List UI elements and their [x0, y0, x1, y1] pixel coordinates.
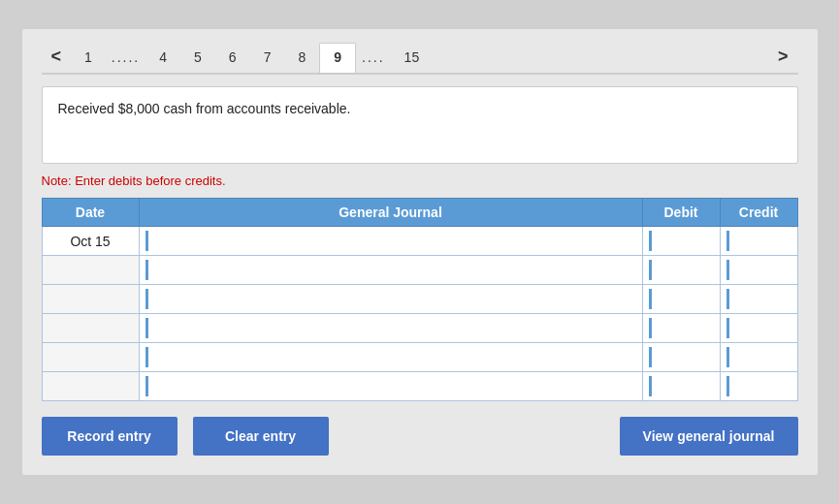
buttons-row: Record entry Clear entry View general jo…: [42, 417, 798, 456]
description-text: Received $8,000 cash from accounts recei…: [58, 101, 351, 116]
col-credit: Credit: [720, 199, 797, 227]
date-cell-4: [42, 314, 139, 343]
pagination-bar: < 1 ..... 4 5 6 7 8 9 .... 15 >: [42, 41, 798, 75]
description-box: Received $8,000 cash from accounts recei…: [42, 86, 798, 164]
record-entry-button[interactable]: Record entry: [42, 417, 177, 456]
debit-cell-3[interactable]: [642, 285, 720, 314]
page-8[interactable]: 8: [284, 44, 319, 71]
debit-cell-4[interactable]: [642, 314, 720, 343]
page-9-active[interactable]: 9: [319, 43, 356, 73]
debit-cell-1[interactable]: [642, 227, 720, 256]
dots-2: ....: [356, 44, 391, 71]
page-1[interactable]: 1: [71, 44, 106, 71]
journal-cell-6[interactable]: [139, 372, 642, 401]
clear-entry-button[interactable]: Clear entry: [193, 417, 329, 456]
page-6[interactable]: 6: [215, 44, 250, 71]
journal-table: Date General Journal Debit Credit Oct 15: [42, 198, 798, 401]
table-row: [42, 372, 797, 401]
date-cell-6: [42, 372, 139, 401]
credit-cell-1[interactable]: [720, 227, 797, 256]
page-4[interactable]: 4: [145, 44, 180, 71]
credit-cell-4[interactable]: [720, 314, 797, 343]
table-row: Oct 15: [42, 227, 797, 256]
page-5[interactable]: 5: [180, 44, 215, 71]
col-debit: Debit: [642, 199, 720, 227]
journal-cell-3[interactable]: [139, 285, 642, 314]
next-button[interactable]: >: [768, 41, 798, 73]
journal-cell-4[interactable]: [139, 314, 642, 343]
table-row: [42, 314, 797, 343]
credit-cell-6[interactable]: [720, 372, 797, 401]
col-general-journal: General Journal: [139, 199, 642, 227]
credit-cell-3[interactable]: [720, 285, 797, 314]
debit-cell-2[interactable]: [642, 256, 720, 285]
table-row: [42, 343, 797, 372]
main-container: < 1 ..... 4 5 6 7 8 9 .... 15 > Received…: [22, 29, 818, 475]
prev-button[interactable]: <: [42, 41, 72, 73]
col-date: Date: [42, 199, 139, 227]
date-cell-5: [42, 343, 139, 372]
journal-cell-1[interactable]: [139, 227, 642, 256]
credit-cell-2[interactable]: [720, 256, 797, 285]
credit-cell-5[interactable]: [720, 343, 797, 372]
date-cell-1: Oct 15: [42, 227, 139, 256]
journal-cell-5[interactable]: [139, 343, 642, 372]
page-7[interactable]: 7: [250, 44, 285, 71]
page-15[interactable]: 15: [391, 44, 434, 71]
table-row: [42, 256, 797, 285]
date-cell-3: [42, 285, 139, 314]
debit-cell-6[interactable]: [642, 372, 720, 401]
table-row: [42, 285, 797, 314]
debit-cell-5[interactable]: [642, 343, 720, 372]
journal-cell-2[interactable]: [139, 256, 642, 285]
note-text: Note: Enter debits before credits.: [42, 173, 798, 188]
dots-1: .....: [106, 44, 145, 71]
view-general-journal-button[interactable]: View general journal: [620, 417, 798, 456]
date-cell-2: [42, 256, 139, 285]
